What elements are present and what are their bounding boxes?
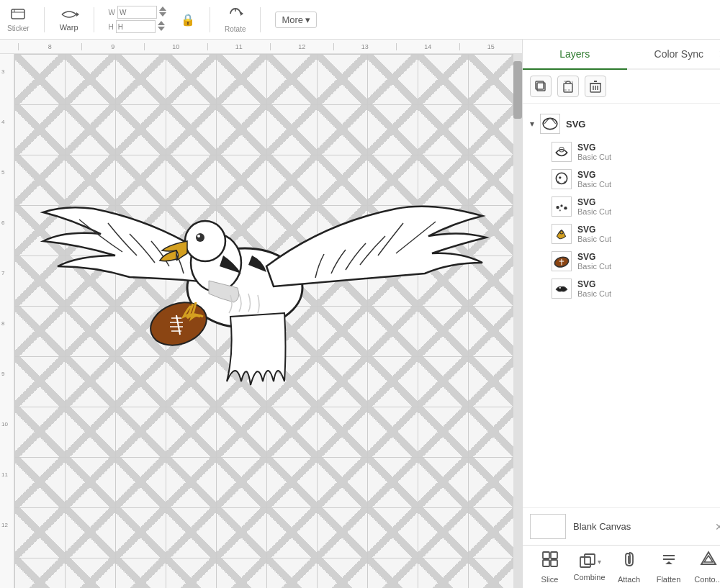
layer-main-name: SVG [566, 119, 585, 130]
layer-sub-5-type: Basic Cut [577, 262, 611, 271]
layer-sub-4-thumb [552, 224, 572, 244]
vertical-scrollbar[interactable] [513, 54, 522, 588]
ruler-mark-8: 8 [18, 43, 81, 50]
svg-point-31 [560, 204, 562, 207]
svg-rect-19 [564, 81, 572, 90]
ruler-mark-15: 15 [459, 43, 523, 50]
contour-label: Conto... [694, 575, 720, 584]
delete-layer-button[interactable] [585, 76, 606, 97]
warp-icon [59, 7, 79, 23]
v-mark-4: 6 [1, 220, 4, 226]
v-mark-10: 12 [1, 522, 8, 528]
layer-sub-5-info: SVG Basic Cut [577, 252, 611, 271]
size-control: W H [109, 6, 166, 33]
width-row: W [109, 6, 166, 19]
blank-canvas-label: Blank Canvas [573, 521, 631, 532]
layer-sub-5[interactable]: SVG Basic Cut [523, 248, 720, 275]
layer-sub-3-name: SVG [577, 197, 611, 207]
layer-sub-6[interactable]: SVG Basic Cut [523, 275, 720, 302]
blank-canvas-close-icon[interactable]: ✕ [715, 521, 720, 533]
layer-sub-6-name: SVG [577, 279, 611, 289]
separator-2 [94, 7, 94, 32]
layers-tab-label: Layers [559, 48, 590, 60]
combine-icon-area: ▾ [578, 552, 601, 571]
layer-sub-2-name: SVG [577, 170, 611, 180]
svg-point-29 [559, 176, 561, 178]
layer-sub-3-thumb [552, 196, 572, 217]
svg-point-32 [564, 207, 567, 209]
contour-icon [699, 550, 718, 573]
svg-point-38 [559, 287, 561, 289]
paste-layer-button[interactable] [557, 76, 579, 97]
layer-sub-2[interactable]: SVG Basic Cut [523, 166, 720, 193]
layer-main-svg[interactable]: ▾ SVG [523, 109, 720, 138]
canvas[interactable] [14, 54, 522, 588]
width-input[interactable] [117, 6, 157, 19]
sticker-label: Sticker [7, 24, 30, 32]
v-mark-1: 3 [1, 68, 4, 75]
layer-sub-1-name: SVG [577, 143, 611, 153]
color-sync-tab-label: Color Sync [654, 48, 703, 60]
svg-point-30 [556, 206, 559, 209]
v-mark-8: 10 [1, 421, 8, 428]
combine-label: Combine [573, 573, 605, 582]
contour-button[interactable]: Conto... [688, 550, 720, 584]
paste-icon [562, 80, 575, 93]
tab-layers[interactable]: Layers [523, 40, 627, 68]
layer-sub-4-info: SVG Basic Cut [577, 225, 611, 243]
slice-button[interactable]: Slice [530, 550, 570, 584]
v-mark-5: 7 [1, 270, 4, 276]
copy-layer-button[interactable] [530, 76, 552, 97]
more-button[interactable]: More ▾ [275, 12, 317, 28]
layer-sub-4[interactable]: SVG Basic Cut [523, 220, 720, 248]
width-label: W [109, 9, 115, 17]
layer-sub-3-info: SVG Basic Cut [577, 197, 611, 216]
layer-list: ▾ SVG SVG [523, 104, 720, 507]
combine-icon [578, 552, 597, 571]
height-input[interactable] [116, 20, 156, 33]
slice-label: Slice [541, 575, 559, 584]
panel-bottom-toolbar: Slice ▾ Combine Attach [523, 545, 720, 588]
flatten-button[interactable]: Flatten [649, 550, 688, 584]
tab-color-sync[interactable]: Color Sync ✕ [627, 40, 721, 68]
scrollbar-thumb[interactable] [513, 61, 522, 119]
combine-arrow-icon: ▾ [598, 558, 601, 566]
horizontal-ruler: 8 9 10 11 12 13 14 15 [0, 40, 522, 54]
ruler-mark-13: 13 [333, 43, 397, 50]
svg-rect-0 [12, 9, 24, 19]
layer-main-thumb [540, 114, 560, 134]
copy-icon [534, 80, 547, 93]
blank-canvas-row[interactable]: Blank Canvas ✕ [523, 507, 720, 545]
sticker-tool[interactable]: Sticker [7, 6, 30, 32]
attach-button[interactable]: Attach [609, 550, 649, 584]
more-arrow-icon: ▾ [305, 14, 310, 25]
svg-marker-8 [240, 12, 243, 16]
layer-sub-4-type: Basic Cut [577, 235, 611, 243]
sticker-icon [9, 6, 27, 24]
rotate-tool[interactable]: Rotate [225, 6, 246, 33]
svg-marker-4 [159, 6, 166, 11]
rotate-icon [228, 6, 243, 25]
layer-sub-3-type: Basic Cut [577, 207, 611, 216]
lock-icon[interactable]: 🔒 [181, 13, 195, 27]
combine-button[interactable]: ▾ Combine [570, 552, 609, 582]
delete-icon [589, 80, 602, 93]
layer-sub-3[interactable]: SVG Basic Cut [523, 193, 720, 220]
separator-4 [260, 7, 261, 32]
layer-sub-6-type: Basic Cut [577, 289, 611, 298]
layer-sub-1[interactable]: SVG Basic Cut [523, 138, 720, 166]
panel-tabs: Layers Color Sync ✕ [523, 40, 720, 70]
more-label: More [282, 14, 303, 25]
ruler-mark-11: 11 [207, 43, 271, 50]
svg-rect-40 [551, 552, 557, 558]
eagle-image-container[interactable] [29, 112, 504, 457]
layer-sub-4-name: SVG [577, 225, 611, 235]
slice-icon [541, 550, 559, 573]
ruler-mark-9: 9 [81, 43, 145, 50]
svg-point-12 [185, 221, 225, 261]
warp-tool[interactable]: Warp [59, 7, 79, 32]
separator-1 [44, 7, 45, 32]
svg-marker-5 [159, 12, 166, 17]
ruler-marks: 8 9 10 11 12 13 14 15 [18, 43, 522, 50]
main-area: 8 9 10 11 12 13 14 15 3 4 5 6 7 8 [0, 40, 720, 588]
